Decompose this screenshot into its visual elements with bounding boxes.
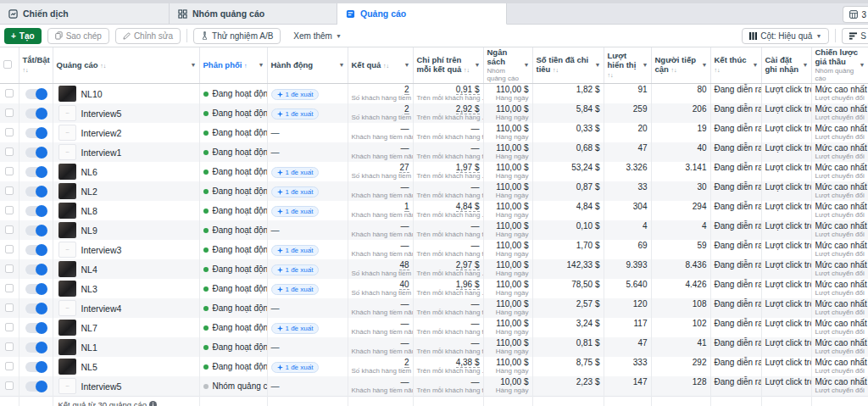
chevron-down-icon[interactable]: ▼ xyxy=(339,62,345,69)
col-header-select[interactable] xyxy=(0,47,19,84)
row-checkbox[interactable] xyxy=(5,186,14,195)
col-header-impressions[interactable]: Lượt hiển thị ↑↓▼ xyxy=(604,47,651,84)
col-header-attribution[interactable]: Cài đặt ghi nhận▼ xyxy=(761,47,811,84)
col-header-delivery[interactable]: Phân phối ↑▼ xyxy=(199,47,267,84)
tab-ads[interactable]: Quảng cáo xyxy=(337,3,507,25)
col-header-spent[interactable]: Số tiền đã chi tiêu ↑↓▼ xyxy=(532,47,604,84)
table-row: Interview1Đang hoạt động——Khách hàng tiề… xyxy=(0,142,868,162)
row-checkbox[interactable] xyxy=(5,128,14,136)
duplicate-button[interactable]: Sao chép xyxy=(47,28,109,44)
recommendation-badge[interactable]: 1 đề xuất xyxy=(271,284,320,295)
row-checkbox[interactable] xyxy=(5,264,14,273)
ab-test-button[interactable]: Thử nghiệm A/B xyxy=(193,28,281,44)
chevron-down-icon[interactable]: ▼ xyxy=(475,62,481,69)
toggle-switch[interactable] xyxy=(25,264,47,275)
ad-name-link[interactable]: Interview3 xyxy=(81,245,122,255)
tab-adsets[interactable]: Nhóm quảng cáo xyxy=(170,3,337,24)
tab-campaigns[interactable]: Chiến dịch xyxy=(0,3,170,24)
row-checkbox[interactable] xyxy=(5,284,14,292)
ad-name-link[interactable]: Interview2 xyxy=(81,128,122,138)
ad-name-link[interactable]: NL4 xyxy=(81,264,97,275)
row-checkbox[interactable] xyxy=(5,303,14,312)
row-checkbox[interactable] xyxy=(5,245,14,253)
ad-name-link[interactable]: Interview4 xyxy=(81,303,122,314)
toggle-switch[interactable] xyxy=(25,245,47,255)
toggle-switch[interactable] xyxy=(25,284,47,294)
recommendation-badge[interactable]: 1 đề xuất xyxy=(271,186,320,197)
col-header-results[interactable]: Kết quả ↑↓▼ xyxy=(348,47,413,84)
chevron-down-icon[interactable]: ▼ xyxy=(595,62,601,69)
recommendation-badge[interactable]: 1 đề xuất xyxy=(271,264,320,275)
recommendation-badge[interactable]: 1 đề xuất xyxy=(271,323,320,334)
row-checkbox[interactable] xyxy=(5,381,14,390)
recommendation-badge[interactable]: 1 đề xuất xyxy=(271,167,320,178)
toggle-switch[interactable] xyxy=(25,186,47,197)
reach-cell: 41 xyxy=(651,337,710,357)
chevron-down-icon[interactable]: ▼ xyxy=(643,62,648,69)
chevron-down-icon[interactable]: ▼ xyxy=(803,62,809,69)
budget-cell: 110,00 $Hàng ngày xyxy=(483,279,532,298)
toggle-switch[interactable] xyxy=(25,147,47,158)
row-checkbox[interactable] xyxy=(5,147,14,156)
chevron-down-icon[interactable]: ▼ xyxy=(702,62,708,69)
col-header-bid[interactable]: Chiến lược giá thầuNhóm quảng cáo▼ xyxy=(811,47,868,84)
row-checkbox[interactable] xyxy=(5,362,14,370)
col-header-cost[interactable]: Chi phí trên mỗi kết quả ↑↓▼ xyxy=(413,47,483,84)
col-header-budget[interactable]: Ngân sáchNhóm quảng cáo▼ xyxy=(483,47,532,84)
toggle-switch[interactable] xyxy=(25,362,47,372)
ad-name-link[interactable]: NL10 xyxy=(81,89,103,99)
col-header-ends[interactable]: Kết thúc ↑↓▼ xyxy=(710,47,761,84)
toggle-switch[interactable] xyxy=(25,342,47,353)
toggle-switch[interactable] xyxy=(25,128,47,138)
chevron-down-icon[interactable]: ▼ xyxy=(524,62,530,69)
recommendation-badge[interactable]: 1 đề xuất xyxy=(271,206,320,217)
date-range-button[interactable]: 3 xyxy=(843,6,868,23)
ad-name-link[interactable]: NL6 xyxy=(81,167,97,177)
col-header-toggle[interactable]: Tắt/Bật ↑↓ xyxy=(19,47,53,84)
columns-button[interactable]: Cột: Hiệu quả ▼ xyxy=(742,28,829,44)
ad-name-link[interactable]: NL9 xyxy=(81,225,97,236)
toggle-switch[interactable] xyxy=(25,206,47,216)
toggle-switch[interactable] xyxy=(25,225,47,236)
recommendation-badge[interactable]: 1 đề xuất xyxy=(271,245,320,256)
row-checkbox[interactable] xyxy=(5,225,14,234)
ad-name-link[interactable]: Interview5 xyxy=(81,108,122,119)
row-checkbox[interactable] xyxy=(5,323,14,331)
col-header-ad[interactable]: Quảng cáo ↑↓▼ xyxy=(53,47,199,84)
chevron-down-icon[interactable]: ▼ xyxy=(259,62,264,69)
create-button[interactable]: + Tạo xyxy=(4,28,42,44)
row-checkbox[interactable] xyxy=(5,206,14,214)
more-button[interactable]: Xem thêm ▼ xyxy=(287,28,348,44)
chevron-down-icon[interactable]: ▼ xyxy=(753,62,759,69)
ad-name-link[interactable]: NL8 xyxy=(81,206,97,216)
select-all-checkbox[interactable] xyxy=(3,60,12,69)
chevron-down-icon[interactable]: ▼ xyxy=(860,62,865,69)
recommendation-badge[interactable]: 1 đề xuất xyxy=(271,108,320,120)
info-icon[interactable] xyxy=(149,401,157,406)
ad-name-link[interactable]: Interview5 xyxy=(81,381,122,392)
recommendation-badge[interactable]: 1 đề xuất xyxy=(271,362,320,373)
ad-name-link[interactable]: Interview1 xyxy=(81,147,122,158)
toggle-switch[interactable] xyxy=(25,303,47,314)
row-checkbox[interactable] xyxy=(5,342,14,351)
col-header-action[interactable]: Hành động▼ xyxy=(267,47,348,84)
toggle-switch[interactable] xyxy=(25,108,47,119)
ad-name-link[interactable]: NL2 xyxy=(81,186,97,197)
toggle-switch[interactable] xyxy=(25,381,47,392)
row-checkbox[interactable] xyxy=(5,89,14,97)
ad-name-link[interactable]: NL7 xyxy=(81,323,97,333)
chevron-down-icon[interactable]: ▼ xyxy=(191,62,197,69)
col-header-reach[interactable]: Người tiếp cận ↑↓▼ xyxy=(651,47,710,84)
recommendation-badge[interactable]: 1 đề xuất xyxy=(271,89,320,100)
row-checkbox[interactable] xyxy=(5,108,14,117)
edit-button[interactable]: Chỉnh sửa xyxy=(115,28,181,44)
row-checkbox[interactable] xyxy=(5,167,14,175)
ad-name-link[interactable]: NL1 xyxy=(81,342,97,353)
ad-name-link[interactable]: NL3 xyxy=(81,284,97,294)
toggle-switch[interactable] xyxy=(25,167,47,177)
ad-name-link[interactable]: NL5 xyxy=(81,362,97,372)
chevron-down-icon[interactable]: ▼ xyxy=(404,62,410,69)
toggle-switch[interactable] xyxy=(25,89,47,99)
breakdown-button[interactable]: S xyxy=(842,28,868,44)
toggle-switch[interactable] xyxy=(25,323,47,333)
